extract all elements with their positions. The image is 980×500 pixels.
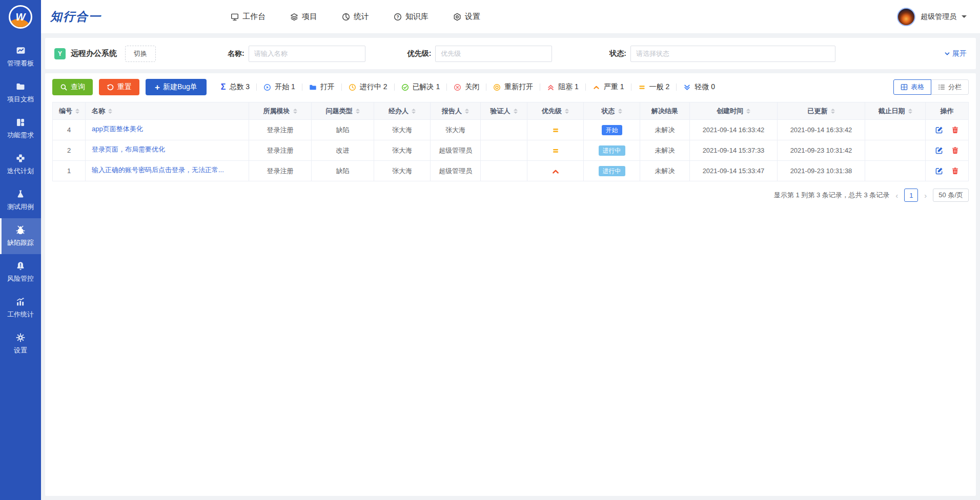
sidebar-item-work-stats[interactable]: 工作统计 (0, 290, 41, 326)
view-table-button[interactable]: 表格 (893, 79, 931, 95)
nav-statistics[interactable]: 统计 (342, 12, 369, 22)
priority-filter-label: 优先级: (407, 49, 432, 58)
equals-icon (638, 84, 646, 91)
col-header-priority[interactable]: 优先级 (527, 102, 584, 120)
play-circle-icon (263, 84, 271, 91)
page-number[interactable]: 1 (904, 189, 918, 202)
cell-due (865, 161, 926, 181)
col-header-id[interactable]: 编号 (53, 102, 86, 120)
topbar: 知行合一 工作台 项目 统计 (41, 0, 980, 34)
nav-settings[interactable]: 设置 (453, 12, 480, 22)
nav-label: 项目 (302, 12, 317, 22)
sidebar-item-dashboard[interactable]: 管理看板 (0, 39, 41, 75)
sidebar-item-testcases[interactable]: 测试用例 (0, 182, 41, 218)
bug-title-link[interactable]: app页面整体美化 (92, 124, 143, 134)
user-menu[interactable]: 超级管理员 (897, 8, 967, 26)
col-header-name[interactable]: 名称 (86, 102, 249, 120)
project-name: 远程办公系统 (71, 49, 117, 58)
folder-icon (309, 84, 317, 91)
bug-title-link[interactable]: 输入正确的账号密码后点击登录，无法正常... (92, 165, 224, 175)
sidebar-item-docs[interactable]: 项目文档 (0, 75, 41, 111)
col-header-type[interactable]: 问题类型 (312, 102, 374, 120)
stat-label: 轻微 0 (695, 82, 715, 92)
list-icon (938, 84, 945, 91)
nav-knowledge-base[interactable]: ? 知识库 (394, 12, 428, 22)
trash-icon[interactable] (951, 126, 959, 134)
cell-due (865, 140, 926, 161)
nav-label: 设置 (465, 12, 480, 22)
nav-projects[interactable]: 项目 (290, 12, 317, 22)
sort-icon (465, 109, 469, 114)
divider (631, 84, 631, 91)
stat-severe: 严重 1 (593, 82, 624, 92)
cell-verifier (481, 120, 527, 140)
cell-due (865, 120, 926, 140)
switch-project-button[interactable]: 切换 (125, 46, 156, 62)
bug-icon (16, 225, 25, 235)
col-header-assignee[interactable]: 经办人 (374, 102, 431, 120)
stat-label: 进行中 2 (360, 82, 387, 92)
avatar (897, 8, 915, 26)
sidebar-item-settings[interactable]: 设置 (0, 326, 41, 362)
cell-type: 缺陷 (312, 120, 374, 140)
trash-icon[interactable] (951, 167, 959, 175)
app-logo[interactable]: W (0, 0, 41, 34)
stat-label: 打开 (320, 82, 335, 92)
prev-page-arrow[interactable]: ‹ (894, 191, 899, 200)
table-row: 4 app页面整体美化 登录注册 缺陷 张大海 张大海 开始 未解决 2021-… (53, 120, 969, 140)
sidebar-item-risks[interactable]: 风险管控 (0, 254, 41, 290)
filter-fields: 名称: 优先级: 状态: 展开 (228, 46, 967, 62)
pie-chart-icon (342, 13, 350, 21)
col-header-reporter[interactable]: 报告人 (431, 102, 481, 120)
sidebar-item-bugs[interactable]: 缺陷跟踪 (0, 218, 41, 254)
modules-icon (16, 117, 25, 127)
stat-label: 一般 2 (649, 82, 670, 92)
status-filter-input[interactable] (630, 46, 835, 62)
name-filter-label: 名称: (228, 49, 244, 58)
edit-icon[interactable] (935, 147, 943, 154)
stat-reopened: 重新打开 (493, 82, 533, 92)
nav-workbench[interactable]: 工作台 (231, 12, 266, 22)
cell-resolution: 未解决 (640, 140, 690, 161)
bar-chart-icon (16, 297, 25, 306)
svg-text:?: ? (396, 14, 399, 19)
sidebar-item-requirements[interactable]: 功能需求 (0, 111, 41, 147)
page-size-select[interactable]: 50 条/页 (933, 189, 969, 202)
priority-filter-input[interactable] (435, 46, 552, 62)
expand-filters-link[interactable]: 展开 (944, 49, 967, 58)
brand-name[interactable]: 知行合一 (50, 9, 101, 25)
col-header-module[interactable]: 所属模块 (249, 102, 312, 120)
bug-title-link[interactable]: 登录页面，布局需要优化 (92, 145, 165, 154)
col-header-verifier[interactable]: 验证人 (481, 102, 527, 120)
stat-label: 开始 1 (275, 82, 295, 92)
sort-icon (75, 109, 79, 114)
cell-type: 缺陷 (312, 161, 374, 181)
reset-button-label: 重置 (117, 82, 132, 92)
next-page-arrow[interactable]: › (923, 191, 928, 200)
table-grid-icon (901, 84, 908, 91)
name-filter-input[interactable] (249, 46, 365, 62)
col-header-updated[interactable]: 已更新 (778, 102, 865, 120)
edit-icon[interactable] (935, 167, 943, 175)
col-header-status[interactable]: 状态 (584, 102, 640, 120)
cell-id: 2 (53, 140, 86, 161)
col-header-due[interactable]: 截止日期 (865, 102, 926, 120)
create-bug-button[interactable]: + 新建Bug单 (146, 79, 207, 95)
edit-icon[interactable] (935, 126, 943, 134)
sidebar-item-iterations[interactable]: 迭代计划 (0, 147, 41, 182)
status-badge: 进行中 (599, 145, 625, 156)
undo-icon (107, 84, 114, 91)
search-button[interactable]: 查询 (52, 79, 93, 95)
cell-reporter: 超级管理员 (431, 161, 481, 181)
trash-icon[interactable] (951, 147, 959, 154)
chevron-up-icon (593, 84, 600, 91)
sort-icon (293, 109, 297, 114)
bug-stats: Σ 总数 3 开始 1 打开 (221, 82, 715, 92)
divider (486, 84, 486, 91)
stat-label: 严重 1 (604, 82, 624, 92)
pagination: 显示第 1 到第 3 条记录，总共 3 条记录 ‹ 1 › 50 条/页 (52, 189, 969, 202)
sigma-icon: Σ (221, 83, 226, 91)
view-columns-button[interactable]: 分栏 (931, 79, 969, 95)
reset-button[interactable]: 重置 (99, 79, 139, 95)
col-header-created[interactable]: 创建时间 (690, 102, 778, 120)
